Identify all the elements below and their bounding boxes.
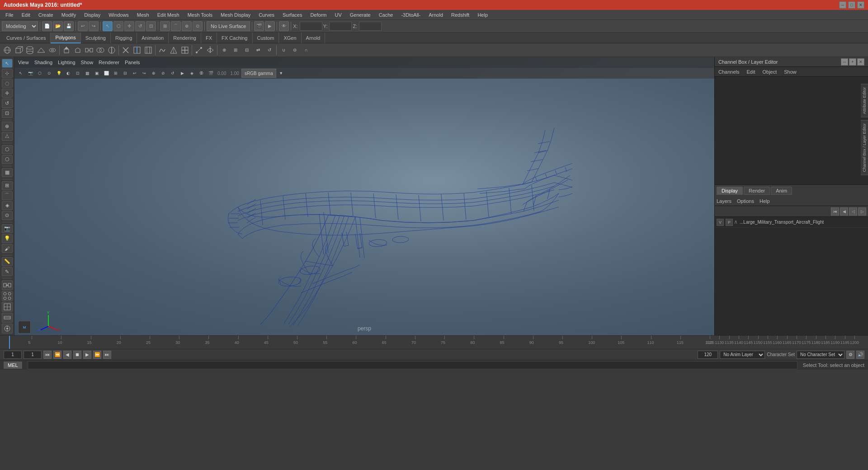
wireframe-button[interactable]: ▦: [2, 168, 13, 177]
select-mode-button[interactable]: ↖: [2, 59, 13, 68]
no-live-surface-display[interactable]: No Live Surface: [207, 21, 250, 31]
icon-group1-button[interactable]: [2, 280, 13, 290]
multi-cut-button[interactable]: [120, 45, 131, 56]
menu-3dtall[interactable]: -3DtoAll-: [397, 11, 424, 19]
char-set-dropdown[interactable]: No Character Set: [797, 351, 844, 359]
save-scene-button[interactable]: 💾: [64, 21, 74, 31]
symmetry-button[interactable]: ⬡: [2, 155, 13, 164]
collapse-button[interactable]: ⊟: [241, 45, 252, 56]
vp-shading1-btn[interactable]: ▦: [83, 69, 92, 78]
icon-group5-button[interactable]: [2, 324, 13, 334]
move-button[interactable]: ✛: [2, 89, 13, 98]
start-frame-input[interactable]: [4, 351, 22, 359]
layer-visibility-btn[interactable]: V: [717, 219, 724, 226]
layer-skip-start-btn[interactable]: ⏮: [831, 207, 839, 216]
play-fwd-btn[interactable]: ▶: [83, 351, 91, 359]
move-tool-button[interactable]: ✛: [124, 21, 134, 31]
menu-uv[interactable]: UV: [331, 11, 345, 19]
anim-layer-dropdown[interactable]: No Anim Layer: [720, 351, 765, 359]
poly-cube-button[interactable]: [13, 45, 24, 56]
insert-loop-button[interactable]: [132, 45, 142, 56]
offset-loop-button[interactable]: [143, 45, 154, 56]
layers-menu-options[interactable]: Options: [737, 198, 754, 204]
snap-point-button[interactable]: ⊕: [182, 21, 192, 31]
tab-curves-surfaces[interactable]: Curves / Surfaces: [2, 33, 51, 43]
smooth-button[interactable]: [157, 45, 168, 56]
menu-generate[interactable]: Generate: [346, 11, 374, 19]
layer-step-back-btn[interactable]: ◁: [849, 207, 857, 216]
tab-sculpting[interactable]: Sculpting: [81, 33, 111, 43]
vp-select-btn[interactable]: ↖: [16, 69, 25, 78]
vp-shading3-btn[interactable]: ⬜: [102, 69, 111, 78]
ch-tab-channels[interactable]: Channels: [717, 68, 741, 75]
menu-curves[interactable]: Curves: [255, 11, 278, 19]
separate-button[interactable]: [106, 45, 117, 56]
menu-mesh[interactable]: Mesh: [133, 11, 153, 19]
tab-fx[interactable]: FX: [201, 33, 217, 43]
vp-bookmark-btn[interactable]: ⊕: [149, 69, 158, 78]
z-coord-input[interactable]: [359, 22, 382, 31]
light-button[interactable]: 💡: [2, 234, 13, 243]
viewport-menu-view[interactable]: View: [18, 60, 29, 65]
quads-button[interactable]: [179, 45, 190, 56]
x-coord-input[interactable]: [300, 22, 322, 31]
reverse-button[interactable]: ↺: [264, 45, 275, 56]
step-back-btn[interactable]: ⏪: [53, 351, 61, 359]
vp-camera-btn[interactable]: 📷: [26, 69, 35, 78]
show-hide-button[interactable]: 👁: [279, 21, 289, 31]
vp-grid-btn[interactable]: ⊞: [111, 69, 120, 78]
render-button[interactable]: 🎬: [254, 21, 264, 31]
gamma-dropdown-btn[interactable]: ▼: [277, 69, 286, 78]
merge-button[interactable]: ⊞: [230, 45, 241, 56]
vertex-connect-button[interactable]: [193, 45, 204, 56]
tab-custom[interactable]: Custom: [253, 33, 279, 43]
vp-attr-btn[interactable]: ⊙: [45, 69, 54, 78]
vp-shadow-btn[interactable]: ◐: [64, 69, 73, 78]
layers-menu-layers[interactable]: Layers: [717, 198, 731, 204]
snap-to-curve-button[interactable]: ⌒: [2, 191, 13, 200]
vp-perspective-btn[interactable]: ⬡: [35, 69, 44, 78]
lasso-button[interactable]: ◌: [2, 79, 13, 88]
ch-tab-show[interactable]: Show: [782, 68, 798, 75]
vp-cycle-btn[interactable]: ↩: [130, 69, 139, 78]
bool-union-button[interactable]: ∪: [278, 45, 289, 56]
menu-modify[interactable]: Modify: [58, 11, 80, 19]
menu-deform[interactable]: Deform: [307, 11, 330, 19]
stop-btn[interactable]: ⏹: [73, 351, 81, 359]
vp-light1-btn[interactable]: 💡: [54, 69, 63, 78]
vp-x-ray-btn[interactable]: ⊡: [73, 69, 82, 78]
workspace-dropdown[interactable]: Modeling: [2, 21, 38, 31]
render-tab[interactable]: Render: [744, 187, 770, 195]
tab-rigging[interactable]: Rigging: [111, 33, 137, 43]
soft-select-button[interactable]: ⬡: [2, 145, 13, 154]
channel-box-layer-tab[interactable]: Channel Box / Layer Editor: [861, 120, 868, 175]
extrude-button[interactable]: [61, 45, 72, 56]
poly-plane-button[interactable]: [36, 45, 47, 56]
y-coord-input[interactable]: [329, 22, 352, 31]
scale-button[interactable]: ⊡: [2, 109, 13, 118]
mirror-button[interactable]: [205, 45, 216, 56]
vp-select2-btn[interactable]: ↪: [140, 69, 149, 78]
tab-fx-caching[interactable]: FX Caching: [217, 33, 252, 43]
current-frame-input[interactable]: [24, 351, 42, 359]
snap-surface-button[interactable]: ⊙: [193, 21, 203, 31]
minimize-button[interactable]: ─: [839, 1, 846, 9]
vp-render-btn[interactable]: 🎬: [206, 69, 215, 78]
last-tool-button[interactable]: ⧊: [2, 132, 13, 141]
close-button[interactable]: ✕: [857, 1, 864, 9]
display-tab[interactable]: Display: [717, 187, 743, 195]
bevel-button[interactable]: [72, 45, 83, 56]
menu-windows[interactable]: Windows: [105, 11, 132, 19]
menu-file[interactable]: File: [2, 11, 17, 19]
ipr-render-button[interactable]: ▶: [265, 21, 275, 31]
tab-xgen[interactable]: XGen: [279, 33, 301, 43]
menu-redshift[interactable]: Redshift: [448, 11, 473, 19]
snap-to-view-button[interactable]: ⊙: [2, 211, 13, 220]
panel-expand-btn[interactable]: +: [849, 58, 856, 66]
bool-inter-button[interactable]: ∩: [301, 45, 311, 56]
bridge-button[interactable]: [84, 45, 94, 56]
menu-help[interactable]: Help: [474, 11, 491, 19]
bool-diff-button[interactable]: ⊖: [289, 45, 300, 56]
menu-create[interactable]: Create: [35, 11, 57, 19]
scale-tool-button[interactable]: ⊡: [146, 21, 156, 31]
